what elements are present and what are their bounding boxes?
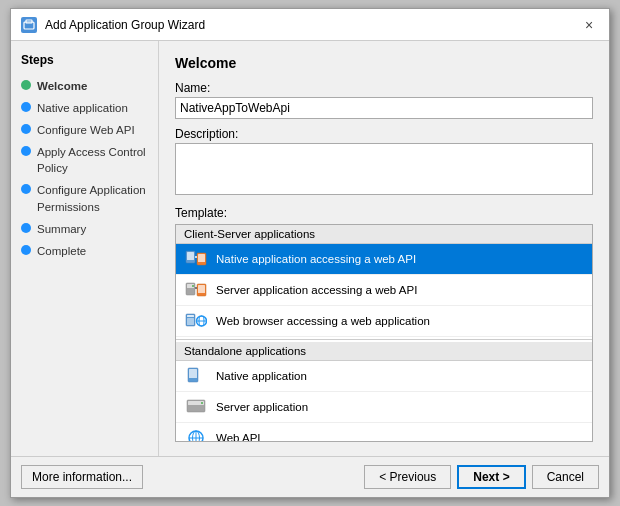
page-heading: Welcome	[175, 55, 593, 71]
template-box: Client-Server applications Native ap	[175, 224, 593, 442]
svg-point-9	[192, 285, 194, 287]
svg-rect-5	[198, 254, 205, 262]
title-bar-left: Add Application Group Wizard	[21, 17, 205, 33]
sidebar-item-native[interactable]: Native application	[21, 97, 148, 119]
server-web-api-icon	[184, 280, 208, 300]
sidebar-item-label-welcome: Welcome	[37, 78, 87, 94]
template-item-label-server-app: Server application	[216, 401, 308, 413]
sidebar-item-configure-web-api[interactable]: Configure Web API	[21, 119, 148, 141]
template-item-server-web-api[interactable]: Server application accessing a web API	[176, 275, 592, 306]
svg-rect-15	[187, 318, 194, 325]
svg-rect-20	[189, 369, 197, 378]
step-dot-native	[21, 102, 31, 112]
sidebar-item-label-web-api: Configure Web API	[37, 122, 135, 138]
sidebar-item-access-control[interactable]: Apply Access Control Policy	[21, 141, 148, 179]
step-dot-complete	[21, 245, 31, 255]
web-api-icon	[184, 428, 208, 442]
dialog-title: Add Application Group Wizard	[45, 18, 205, 32]
template-item-native-app[interactable]: Native application	[176, 361, 592, 392]
footer-bar: More information... < Previous Next > Ca…	[11, 456, 609, 497]
dialog: Add Application Group Wizard × Steps Wel…	[10, 8, 610, 498]
sidebar-item-label-native: Native application	[37, 100, 128, 116]
sidebar-heading: Steps	[21, 53, 148, 67]
template-item-label-native-app: Native application	[216, 370, 307, 382]
template-item-label-server-web-api: Server application accessing a web API	[216, 284, 417, 296]
sidebar-item-welcome[interactable]: Welcome	[21, 75, 148, 97]
template-item-native-web-api[interactable]: Native application accessing a web API	[176, 244, 592, 275]
sidebar-item-label-complete: Complete	[37, 243, 86, 259]
dialog-body: Steps Welcome Native application Configu…	[11, 41, 609, 456]
step-dot-summary	[21, 223, 31, 233]
close-button[interactable]: ×	[579, 15, 599, 35]
step-dot-welcome	[21, 80, 31, 90]
description-label: Description:	[175, 127, 593, 141]
sidebar-item-complete[interactable]: Complete	[21, 240, 148, 262]
native-app-icon	[184, 366, 208, 386]
step-dot-app-permissions	[21, 184, 31, 194]
template-item-label-web-api: Web API	[216, 432, 261, 442]
template-container: Template: Client-Server applications	[175, 206, 593, 442]
sidebar-item-label-summary: Summary	[37, 221, 86, 237]
main-content: Welcome Name: Description: Template: Cli…	[159, 41, 609, 456]
sidebar-item-summary[interactable]: Summary	[21, 218, 148, 240]
dialog-icon	[21, 17, 37, 33]
nav-buttons: < Previous Next > Cancel	[364, 465, 599, 489]
template-item-label-browser-web-app: Web browser accessing a web application	[216, 315, 430, 327]
sidebar: Steps Welcome Native application Configu…	[11, 41, 159, 456]
template-label: Template:	[175, 206, 593, 220]
section-header-standalone: Standalone applications	[176, 342, 592, 361]
description-field-container: Description:	[175, 127, 593, 198]
native-web-api-icon	[184, 249, 208, 269]
svg-rect-11	[198, 285, 205, 293]
name-input[interactable]	[175, 97, 593, 119]
description-input[interactable]	[175, 143, 593, 195]
svg-rect-14	[187, 315, 194, 317]
svg-rect-3	[187, 252, 194, 260]
template-item-browser-web-app[interactable]: Web browser accessing a web application	[176, 306, 592, 337]
name-label: Name:	[175, 81, 593, 95]
step-dot-web-api	[21, 124, 31, 134]
template-item-label-native-web-api: Native application accessing a web API	[216, 253, 416, 265]
svg-point-23	[201, 402, 203, 404]
next-button[interactable]: Next >	[457, 465, 525, 489]
sidebar-item-label-access-control: Apply Access Control Policy	[37, 144, 148, 176]
sidebar-item-app-permissions[interactable]: Configure Application Permissions	[21, 179, 148, 217]
previous-button[interactable]: < Previous	[364, 465, 451, 489]
template-item-server-app[interactable]: Server application	[176, 392, 592, 423]
cancel-button[interactable]: Cancel	[532, 465, 599, 489]
browser-web-app-icon	[184, 311, 208, 331]
server-app-icon	[184, 397, 208, 417]
name-field-container: Name:	[175, 81, 593, 119]
section-header-client-server: Client-Server applications	[176, 225, 592, 244]
more-info-button[interactable]: More information...	[21, 465, 143, 489]
step-dot-access-control	[21, 146, 31, 156]
title-bar: Add Application Group Wizard ×	[11, 9, 609, 41]
template-item-web-api[interactable]: Web API	[176, 423, 592, 442]
sidebar-item-label-app-permissions: Configure Application Permissions	[37, 182, 148, 214]
